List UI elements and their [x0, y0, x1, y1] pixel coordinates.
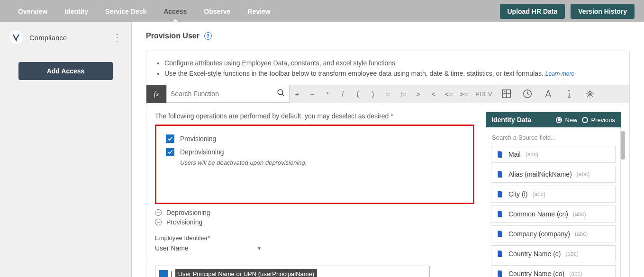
learn-more-link[interactable]: Learn more — [545, 71, 574, 77]
fx-op-rparen[interactable]: ) — [365, 85, 381, 103]
collapse-icon: − — [155, 219, 162, 225]
employee-id-label: Employee Identifier* — [155, 234, 474, 241]
chevron-down-icon: ▼ — [257, 246, 262, 251]
section-label: Provisioning — [166, 218, 202, 226]
identity-field-company[interactable]: Company (company) (abc) — [491, 225, 616, 242]
version-history-button[interactable]: Version History — [571, 4, 635, 19]
config-bullet-2: Use the Excel-style functions in the too… — [164, 69, 629, 79]
svg-point-5 — [589, 93, 591, 95]
file-icon — [496, 250, 504, 258]
provisioning-checkbox[interactable] — [166, 134, 174, 143]
upn-text: User Principal Name or UPN (userPrincipa… — [175, 269, 317, 277]
upn-field[interactable]: | User Principal Name or UPN (userPrinci… — [155, 266, 430, 277]
deprovisioning-section-toggle[interactable]: − Deprovisioning — [155, 209, 474, 216]
identity-field-city[interactable]: City (l) (abc) — [491, 186, 616, 203]
help-icon[interactable]: ? — [204, 32, 212, 40]
identity-data-title: Identity Data — [491, 116, 551, 124]
nav-tabs: Overview Identity Service Desk Access Ob… — [9, 0, 279, 22]
fx-op-plus[interactable]: + — [290, 85, 305, 103]
file-icon — [496, 190, 504, 198]
nav-tab-service-desk[interactable]: Service Desk — [97, 0, 155, 22]
fx-search[interactable] — [166, 85, 290, 103]
fx-info-icon[interactable] — [559, 85, 580, 103]
section-label: Deprovisioning — [166, 209, 210, 216]
identity-scrollbar[interactable] — [621, 131, 625, 160]
upload-hr-data-button[interactable]: Upload HR Data — [500, 4, 565, 19]
identity-data-header: Identity Data New Previous — [486, 112, 621, 127]
identity-field-country-c[interactable]: Country Name (c) (abc) — [491, 245, 616, 262]
fx-op-lparen[interactable]: ( — [350, 85, 365, 103]
nav-actions: Upload HR Data Version History — [500, 4, 635, 19]
file-icon — [496, 269, 504, 277]
provisioning-section-toggle[interactable]: − Provisioning — [155, 218, 474, 226]
content-area: Provision User ? Configure attributes us… — [132, 22, 644, 277]
sidebar: Compliance ⋮ Add Access — [0, 22, 132, 277]
top-nav: Overview Identity Service Desk Access Ob… — [0, 0, 644, 22]
fx-clock-icon[interactable] — [517, 85, 538, 103]
operations-box: Provisioning Deprovisioning Users will b… — [155, 125, 474, 204]
fx-op-gt[interactable]: > — [411, 85, 426, 103]
fx-label-icon: fx — [146, 85, 166, 103]
fx-op-lt[interactable]: < — [426, 85, 441, 103]
file-icon — [496, 230, 504, 238]
upn-separator: | — [171, 270, 172, 277]
config-bullet-1: Configure attributes using Employee Data… — [164, 59, 629, 68]
identity-search-input[interactable]: Search a Source field... — [491, 132, 616, 146]
deprovisioning-label: Deprovisioning — [180, 148, 224, 156]
svg-point-3 — [569, 90, 570, 91]
operations-label: The following operations are performed b… — [155, 112, 474, 120]
fx-text-icon[interactable] — [538, 85, 559, 103]
svg-point-4 — [588, 92, 592, 96]
svg-point-0 — [278, 89, 283, 95]
fx-op-multiply[interactable]: * — [320, 85, 335, 103]
fx-grid-icon[interactable] — [496, 85, 517, 103]
add-access-button[interactable]: Add Access — [18, 62, 113, 80]
upn-chip-icon — [159, 270, 168, 277]
fx-toolbar: fx + − * / ( ) = != > < <= >= PR — [146, 85, 629, 103]
identity-field-country-co[interactable]: Country Name (co) (abc) — [491, 265, 616, 277]
page-title: Provision User — [146, 32, 200, 40]
employee-id-value: User Name — [155, 244, 189, 252]
nav-tab-observe[interactable]: Observe — [195, 0, 239, 22]
sidebar-title: Compliance — [29, 34, 112, 42]
config-panel: Configure attributes using Employee Data… — [146, 51, 630, 277]
identity-fields-list: Search a Source field... Mail (abc) Alia… — [486, 127, 621, 277]
employee-id-select[interactable]: User Name ▼ — [155, 242, 262, 254]
nav-tab-identity[interactable]: Identity — [56, 0, 97, 22]
identity-previous-radio[interactable] — [582, 117, 588, 123]
file-icon — [496, 210, 504, 218]
fx-prev-button[interactable]: PREV — [472, 85, 496, 103]
fx-op-eq[interactable]: = — [381, 85, 396, 103]
app-logo-icon — [9, 31, 23, 44]
provisioning-label: Provisioning — [180, 135, 216, 143]
deprovisioning-checkbox[interactable] — [166, 148, 174, 156]
identity-new-radio[interactable] — [556, 117, 562, 123]
nav-tab-review[interactable]: Review — [239, 0, 279, 22]
identity-field-cn[interactable]: Common Name (cn) (abc) — [491, 206, 616, 223]
identity-previous-label: Previous — [591, 116, 615, 124]
file-icon — [496, 170, 504, 179]
identity-field-alias[interactable]: Alias (mailNickName) (abc) — [491, 166, 616, 183]
fx-search-input[interactable] — [171, 90, 277, 98]
identity-new-label: New — [565, 116, 577, 124]
fx-op-neq[interactable]: != — [396, 85, 411, 103]
fx-op-gte[interactable]: >= — [456, 85, 472, 103]
fx-gear-icon[interactable] — [580, 85, 600, 103]
fx-op-lte[interactable]: <= — [441, 85, 456, 103]
identity-field-mail[interactable]: Mail (abc) — [491, 146, 616, 163]
collapse-icon: − — [155, 209, 162, 216]
nav-tab-overview[interactable]: Overview — [9, 0, 56, 22]
kebab-menu-icon[interactable]: ⋮ — [112, 32, 122, 43]
fx-op-divide[interactable]: / — [335, 85, 350, 103]
fx-op-minus[interactable]: − — [305, 85, 320, 103]
nav-tab-access[interactable]: Access — [155, 0, 195, 22]
search-icon[interactable] — [277, 89, 285, 99]
deprovisioning-note: Users will be deactivated upon deprovisi… — [180, 159, 463, 166]
file-icon — [496, 150, 504, 159]
